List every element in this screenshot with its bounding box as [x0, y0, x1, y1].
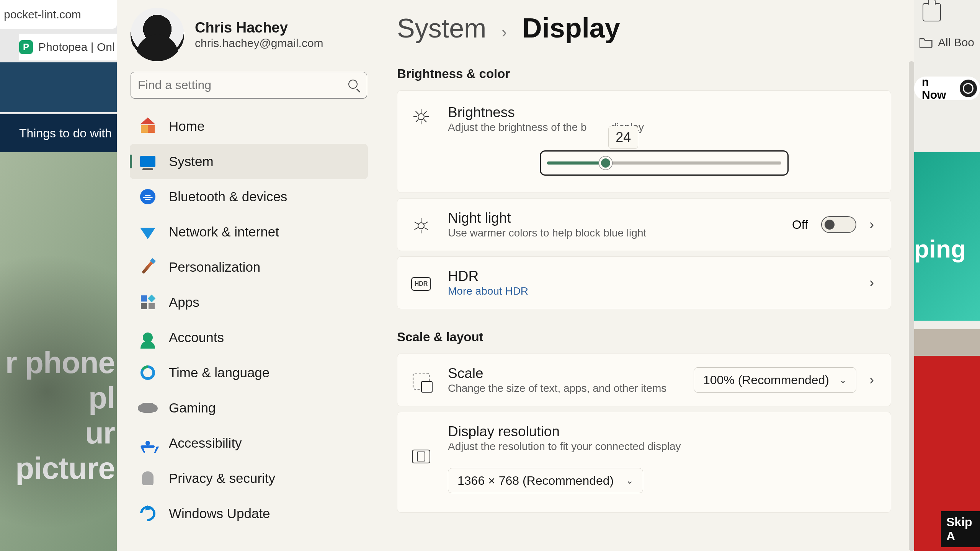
nav-bluetooth[interactable]: ⌯ Bluetooth & devices: [130, 179, 368, 214]
hero-text: r phone pl ur picture: [0, 345, 117, 486]
folder-icon: [920, 37, 933, 48]
scale-icon: [411, 371, 431, 391]
resolution-card: Display resolution Adjust the resolution…: [397, 412, 891, 513]
side-image-2: [914, 329, 980, 356]
hdr-title: HDR: [448, 268, 853, 284]
sun-icon: [411, 107, 431, 127]
settings-window: Chris Hachey chris.hachey@gmail.com Home…: [117, 0, 914, 551]
resolution-dropdown[interactable]: 1366 × 768 (Recommended) ⌄: [448, 468, 643, 493]
brush-icon: [140, 259, 156, 275]
gamepad-icon: [140, 400, 156, 416]
nav-network[interactable]: Network & internet: [130, 214, 368, 249]
user-avatar: [131, 8, 184, 61]
clock-globe-icon: [140, 365, 156, 381]
resolution-icon: [411, 447, 431, 466]
brightness-desc: Adjust the brightness of the b display: [448, 121, 874, 134]
browser-right-strip: All Boo n Now ping Skip A: [914, 0, 980, 551]
night-light-title: Night light: [448, 210, 775, 226]
account-header[interactable]: Chris Hachey chris.hachey@gmail.com: [127, 2, 370, 70]
bluetooth-icon: ⌯: [140, 189, 156, 205]
nav-personalization[interactable]: Personalization: [130, 249, 368, 285]
slider-thumb[interactable]: [599, 156, 612, 170]
group-scale-layout: Scale & layout: [397, 330, 891, 344]
brightness-title: Brightness: [448, 104, 874, 121]
home-icon: [140, 118, 156, 134]
night-light-state: Off: [792, 218, 808, 232]
site-header-strip: [0, 62, 117, 112]
group-brightness-color: Brightness & color: [397, 67, 891, 81]
chevron-right-icon: ›: [869, 372, 874, 388]
scale-card[interactable]: Scale Change the size of text, apps, and…: [397, 354, 891, 406]
system-icon: [140, 153, 156, 170]
site-banner: Things to do with: [0, 114, 117, 152]
side-image-3: Skip A: [914, 356, 980, 551]
scale-desc: Change the size of text, apps, and other…: [448, 382, 677, 395]
nav-windows-update[interactable]: Windows Update: [130, 496, 368, 531]
breadcrumb-display: Display: [522, 12, 620, 44]
nav-home[interactable]: Home: [130, 109, 368, 144]
bookmark-label: Photopea | Onl: [38, 41, 115, 54]
chevron-right-icon: ›: [869, 275, 874, 291]
nav-privacy[interactable]: Privacy & security: [130, 461, 368, 496]
night-light-card[interactable]: Night light Use warmer colors to help bl…: [397, 198, 891, 251]
brightness-card: Brightness Adjust the brightness of the …: [397, 90, 891, 193]
chevron-right-icon: ›: [869, 217, 874, 233]
search-icon: [348, 80, 360, 91]
photopea-icon: P: [19, 40, 33, 54]
side-image-1: ping: [914, 152, 980, 321]
person-icon: [140, 329, 156, 346]
avatar-icon: [960, 80, 977, 97]
bookmark-photopea[interactable]: P Photopea | Onl: [19, 34, 117, 60]
hdr-more-link[interactable]: More about HDR: [448, 285, 528, 297]
settings-sidebar: Chris Hachey chris.hachey@gmail.com Home…: [117, 0, 377, 551]
chevron-down-icon: ⌄: [839, 375, 847, 385]
nav-apps[interactable]: Apps: [130, 285, 368, 320]
skip-ad-button[interactable]: Skip A: [941, 511, 980, 547]
breadcrumb-system[interactable]: System: [397, 13, 486, 44]
user-email: chris.hachey@gmail.com: [195, 37, 323, 50]
user-name: Chris Hachey: [195, 20, 323, 36]
search-input[interactable]: [138, 78, 348, 92]
settings-search[interactable]: [131, 72, 367, 99]
scale-title: Scale: [448, 365, 677, 381]
brightness-value-tooltip: 24: [608, 126, 638, 149]
night-light-icon: [411, 216, 431, 236]
night-light-toggle[interactable]: [821, 216, 856, 233]
nav-accounts[interactable]: Accounts: [130, 320, 368, 355]
hdr-icon: HDR: [411, 274, 431, 294]
hero-image: r phone pl ur picture: [0, 152, 117, 551]
signin-now-button[interactable]: n Now: [914, 77, 980, 100]
nav-accessibility[interactable]: Accessibility: [130, 425, 368, 461]
address-bar-fragment: pocket-lint.com: [0, 0, 117, 29]
scale-dropdown[interactable]: 100% (Recommended) ⌄: [694, 367, 856, 393]
shield-icon: [140, 470, 156, 486]
wifi-icon: [140, 224, 156, 240]
resolution-title: Display resolution: [448, 424, 874, 440]
nav-system[interactable]: System: [130, 144, 368, 179]
apps-icon: [140, 294, 156, 310]
nav-gaming[interactable]: Gaming: [130, 390, 368, 425]
hdr-card[interactable]: HDR HDR More about HDR ›: [397, 256, 891, 309]
chevron-right-icon: ›: [501, 24, 506, 41]
nav-time-language[interactable]: Time & language: [130, 355, 368, 390]
resolution-desc: Adjust the resolution to fit your connec…: [448, 440, 874, 453]
settings-main: System › Display Brightness & color B: [377, 0, 914, 551]
accessibility-icon: [140, 435, 156, 451]
night-light-desc: Use warmer colors to help block blue lig…: [448, 227, 775, 239]
extension-icon[interactable]: [923, 3, 941, 21]
update-icon: [140, 505, 156, 522]
brightness-slider[interactable]: [540, 150, 789, 176]
bookmark-all[interactable]: All Boo: [920, 36, 974, 49]
breadcrumb: System › Display: [397, 12, 891, 44]
chevron-down-icon: ⌄: [626, 475, 634, 486]
